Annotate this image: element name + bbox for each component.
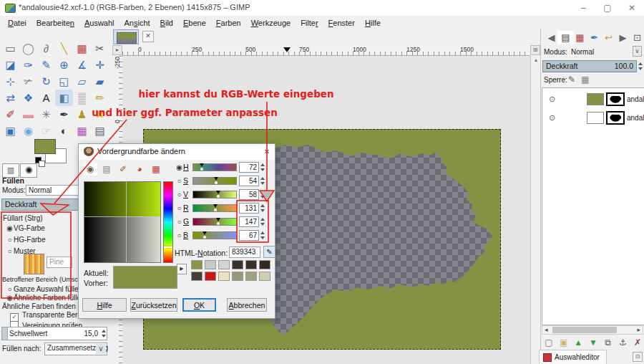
tool-free-select-icon[interactable]: ∂ <box>37 40 55 57</box>
history-swatch[interactable] <box>232 260 243 269</box>
tool-hue-icon[interactable]: ▦ <box>73 123 91 139</box>
tool-rect-select-icon[interactable]: ▭ <box>1 40 19 57</box>
dock-collapse-icon[interactable]: ⊡ <box>633 352 643 362</box>
menu-farben[interactable]: Farben <box>211 18 246 28</box>
history-swatch[interactable] <box>218 272 230 281</box>
fill-by-select[interactable]: Zusammensetzung ∨ <box>44 343 107 355</box>
tool-align-icon[interactable]: ⊹ <box>1 73 19 90</box>
duplicate-layer-button[interactable]: ⧉ <box>602 337 615 348</box>
layers-horizontal-scrollbar[interactable]: ◂ ▸ <box>542 325 643 335</box>
ruler-corner-button[interactable]: ▸ <box>112 45 122 55</box>
new-group-button[interactable]: ▣ <box>557 337 570 348</box>
tool-flip-icon[interactable]: ⇄ <box>1 90 19 106</box>
channel-value-input[interactable]: 131 <box>239 203 259 214</box>
tool-clone-icon[interactable]: ♟ <box>73 106 91 123</box>
opacity-spinner[interactable] <box>637 61 643 72</box>
channel-slider-track[interactable] <box>192 177 237 185</box>
layer-name[interactable]: andalou <box>627 95 644 103</box>
menu-hilfe[interactable]: Hilfe <box>360 18 386 28</box>
html-notation-input[interactable]: 839343 <box>229 246 260 258</box>
radio-similar-colors[interactable]: ◉Ähnliche Farben füllen <box>6 294 85 302</box>
channel-value-input[interactable]: 67 <box>239 230 259 241</box>
dialog-close-button[interactable]: ✕ <box>262 147 272 157</box>
help-button[interactable]: Hilfe <box>82 298 127 312</box>
channel-slider-track[interactable] <box>192 218 237 226</box>
tool-zoom-icon[interactable]: ⊕ <box>55 57 73 73</box>
slider-marker[interactable] <box>203 231 207 235</box>
canvas-vertical-scrollbar[interactable]: ▴ <box>530 56 541 364</box>
history-swatch[interactable] <box>205 260 216 269</box>
tool-move-icon[interactable]: ✛ <box>91 57 109 73</box>
tool-crop-icon[interactable]: ✃ <box>19 73 37 90</box>
channel-slider-track[interactable] <box>192 163 237 171</box>
channel-spinner[interactable] <box>259 189 265 200</box>
menu-ansicht[interactable]: Ansicht <box>119 18 155 28</box>
tool-perspective-icon[interactable]: ▰ <box>91 73 109 90</box>
history-swatch[interactable] <box>232 272 243 281</box>
slider-marker[interactable] <box>216 191 220 194</box>
tool-bucket-fill-icon[interactable]: ◧ <box>55 90 73 106</box>
scroll-up-icon[interactable]: ▴ <box>531 56 541 64</box>
layer-list[interactable]: ⊙ andalou ⊙ andalou <box>542 87 644 325</box>
channel-spinner[interactable] <box>259 203 265 214</box>
tool-shear-icon[interactable]: ▱ <box>73 73 91 90</box>
menu-filter[interactable]: Filter <box>296 18 323 28</box>
tool-select-by-color-icon[interactable]: ▦ <box>73 40 91 57</box>
slider-marker[interactable] <box>200 163 204 167</box>
history-swatch[interactable] <box>259 272 270 281</box>
radio-icon[interactable]: ○ <box>175 191 183 198</box>
slider-marker[interactable] <box>216 218 220 221</box>
radio-icon[interactable]: ◉ <box>175 163 183 171</box>
tab-gimp-icon[interactable]: ◉ <box>83 163 97 176</box>
delete-layer-button[interactable]: ✗ <box>631 337 644 348</box>
channel-slider-track[interactable] <box>192 191 237 198</box>
tool-paintbrush-icon[interactable]: ✐ <box>1 106 19 123</box>
tool-paths-icon[interactable]: ✑ <box>19 57 37 73</box>
image-tab[interactable] <box>113 29 139 44</box>
tool-blur-icon[interactable]: ◉ <box>19 123 37 139</box>
tool-heal-icon[interactable]: ✖ <box>91 106 109 123</box>
slider-handle[interactable] <box>2 327 8 340</box>
channel-spinner[interactable] <box>259 230 265 241</box>
chevron-down-icon[interactable]: ∨ <box>96 344 106 354</box>
menu-auswahl[interactable]: Auswahl <box>79 18 119 28</box>
menu-bearbeiten[interactable]: Bearbeiten <box>31 18 79 28</box>
color-picker-button[interactable]: ✎ <box>263 246 275 258</box>
tool-eraser-icon[interactable]: ▬ <box>19 106 37 123</box>
scroll-left-icon[interactable]: ◂ <box>545 326 548 334</box>
channel-slider-track[interactable] <box>192 204 237 212</box>
tool-options-button[interactable]: ▥ <box>2 163 19 178</box>
layer-thumbnail[interactable] <box>587 112 604 124</box>
scrollbar-thumb[interactable] <box>552 327 617 333</box>
mode-dropdown-button[interactable]: ∨ <box>633 46 642 57</box>
new-layer-button[interactable]: ▢ <box>542 337 555 348</box>
horizontal-ruler[interactable]: 0250500750100012501500 <box>122 45 530 56</box>
maximize-button[interactable]: ▢ <box>595 0 620 16</box>
cancel-button[interactable]: Abbrechen <box>227 298 267 312</box>
history-swatch[interactable] <box>218 260 230 269</box>
radio-bg-fill[interactable]: ○HG-Farbe <box>6 236 45 244</box>
channel-value-input[interactable]: 147 <box>239 216 259 227</box>
pattern-name-field[interactable]: Pine <box>47 257 72 268</box>
channel-slider-track[interactable] <box>192 231 237 239</box>
tool-foreground-select-icon[interactable]: ◪ <box>1 57 19 73</box>
tab-printer-icon[interactable]: ▤ <box>99 163 114 176</box>
tool-gradient-icon[interactable]: ▒ <box>73 90 91 106</box>
tab-brush-icon[interactable]: ✐ <box>116 163 130 176</box>
radio-icon[interactable]: ○ <box>175 177 183 185</box>
tool-text-icon[interactable]: A <box>37 90 55 106</box>
channel-value-input[interactable]: 54 <box>239 176 259 186</box>
tool-ink-icon[interactable]: ✒ <box>55 106 73 123</box>
history-expander-button[interactable]: ▶ <box>177 264 187 274</box>
channel-spinner[interactable] <box>259 176 265 186</box>
raise-layer-button[interactable]: ▲ <box>572 337 585 348</box>
radio-icon[interactable]: ○ <box>175 218 183 226</box>
slider-marker[interactable] <box>214 177 218 181</box>
radio-icon[interactable]: ○ <box>175 204 183 212</box>
layer-thumbnail[interactable] <box>587 93 604 105</box>
tool-dodge-burn-icon[interactable]: ◐ <box>55 123 73 139</box>
threshold-slider[interactable]: Schwellwert 15,0 <box>1 327 107 340</box>
history-swatch[interactable] <box>245 272 257 281</box>
minimize-button[interactable]: – <box>571 0 595 16</box>
close-button[interactable]: ✕ <box>620 0 644 16</box>
